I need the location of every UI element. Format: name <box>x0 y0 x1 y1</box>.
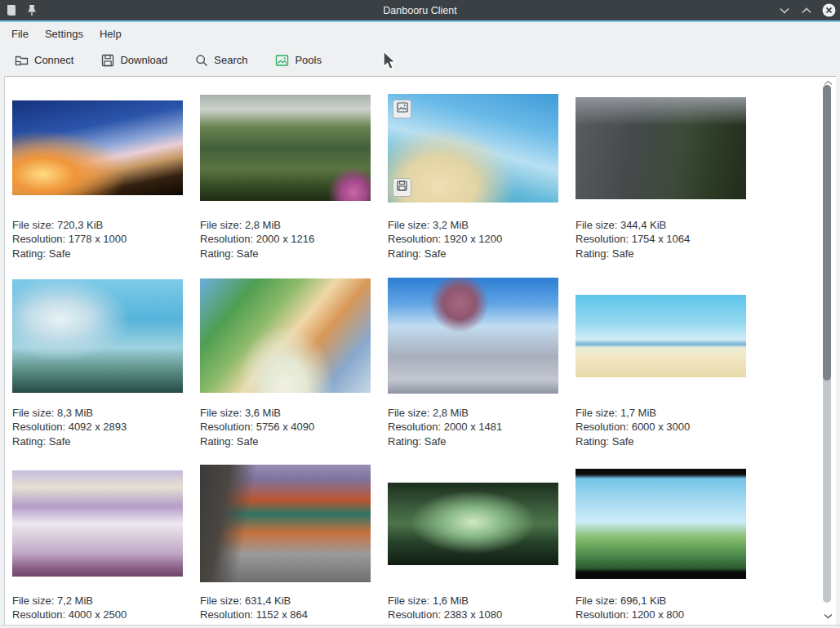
resolution-text: Resolution: 1778 x 1000 <box>12 232 183 246</box>
rating-text: Rating: Safe <box>388 247 558 261</box>
post-meta: File size: 3,6 MiBResolution: 5756 x 409… <box>200 406 371 448</box>
post-card: File size: 2,8 MiBResolution: 2000 x 148… <box>388 265 558 453</box>
file-size-text: File size: 720,3 KiB <box>12 218 183 232</box>
connect-button[interactable]: Connect <box>8 50 80 71</box>
maximize-button[interactable] <box>799 3 814 18</box>
post-card: File size: 1,6 MiBResolution: 2383 x 108… <box>388 453 558 625</box>
post-meta: File size: 7,2 MiBResolution: 4000 x 250… <box>12 594 183 625</box>
resolution-text: Resolution: 2000 x 1216 <box>200 232 371 246</box>
titlebar: Danbooru Client <box>0 0 840 20</box>
post-grid-viewport: File size: 720,3 KiBResolution: 1778 x 1… <box>4 76 820 625</box>
window-frame-left <box>0 22 4 628</box>
file-size-text: File size: 696,1 KiB <box>576 594 746 608</box>
rating-text: Rating: Safe <box>576 247 746 261</box>
resolution-text: Resolution: 2000 x 1481 <box>388 420 558 434</box>
beach-girl-thumbnail[interactable] <box>388 94 558 203</box>
view-image-button[interactable] <box>393 100 411 118</box>
menu-item-settings[interactable]: Settings <box>37 24 91 43</box>
file-size-text: File size: 344,4 KiB <box>576 218 746 232</box>
download-icon <box>101 54 114 67</box>
scrollbar-track[interactable] <box>823 85 831 603</box>
rating-text: Rating: Safe <box>576 434 746 448</box>
resolution-text: Resolution: 4000 x 2500 <box>12 608 183 621</box>
post-card: File size: 7,2 MiBResolution: 4000 x 250… <box>12 453 183 625</box>
picture-icon <box>397 101 408 116</box>
resolution-text: Resolution: 1754 x 1064 <box>576 232 746 246</box>
file-size-text: File size: 3,2 MiB <box>388 218 558 232</box>
download-button[interactable]: Download <box>95 50 174 71</box>
rating-text: Rating: Safe <box>200 434 371 448</box>
toolbar: ConnectDownloadSearchPools <box>0 45 840 75</box>
menubar: FileSettingsHelp <box>0 22 840 45</box>
post-card: File size: 720,3 KiBResolution: 1778 x 1… <box>12 78 183 265</box>
file-size-text: File size: 8,3 MiB <box>12 406 183 420</box>
search-icon <box>195 54 208 67</box>
post-meta: File size: 631,4 KiBResolution: 1152 x 8… <box>200 594 371 625</box>
post-meta: File size: 8,3 MiBResolution: 4092 x 289… <box>12 406 183 448</box>
resolution-text: Resolution: 4092 x 2893 <box>12 420 183 434</box>
post-card: File size: 3,2 MiBResolution: 1920 x 120… <box>388 78 558 265</box>
toolbar-button-label: Connect <box>34 54 73 66</box>
dark-torii-forest-thumbnail[interactable] <box>388 483 558 565</box>
file-size-text: File size: 631,4 KiB <box>200 594 371 608</box>
danbooru-client-window: Danbooru Client FileSettingsHelp Connect… <box>0 0 840 628</box>
file-size-text: File size: 2,8 MiB <box>388 406 558 420</box>
sunset-silhouette-thumbnail[interactable] <box>12 100 183 195</box>
save-image-button[interactable] <box>393 178 411 197</box>
spiral-tower-girl-thumbnail[interactable] <box>12 279 183 393</box>
window-frame-bottom <box>0 625 840 628</box>
pools-icon <box>275 54 289 67</box>
post-card: File size: 344,4 KiBResolution: 1754 x 1… <box>576 78 746 265</box>
rating-text: Rating: Safe <box>12 434 183 448</box>
scroll-down-button[interactable] <box>822 612 833 620</box>
rating-text: Rating: Safe <box>388 434 558 448</box>
resolution-text: Resolution: 5756 x 4090 <box>200 420 371 434</box>
post-card: File size: 631,4 KiBResolution: 1152 x 8… <box>200 453 371 625</box>
snowy-mountain-thumbnail[interactable] <box>12 470 183 577</box>
connect-icon <box>15 54 29 67</box>
window-title: Danbooru Client <box>0 5 840 16</box>
pools-button[interactable]: Pools <box>269 50 328 71</box>
menu-item-help[interactable]: Help <box>91 24 130 43</box>
post-grid: File size: 720,3 KiBResolution: 1778 x 1… <box>12 78 746 625</box>
beach-horizon-thumbnail[interactable] <box>576 295 746 377</box>
scrollbar-thumb[interactable] <box>823 85 831 381</box>
shade-button[interactable] <box>777 3 792 18</box>
menu-item-file[interactable]: File <box>3 24 37 43</box>
toolbar-button-label: Download <box>120 54 167 66</box>
cliff-travelers-thumbnail[interactable] <box>576 97 746 199</box>
post-card: File size: 696,1 KiBResolution: 1200 x 8… <box>576 453 746 625</box>
vertical-scrollbar <box>820 76 836 625</box>
close-button[interactable] <box>821 3 836 18</box>
post-meta: File size: 720,3 KiBResolution: 1778 x 1… <box>12 218 183 261</box>
resolution-text: Resolution: 1920 x 1200 <box>388 232 558 246</box>
post-card: File size: 2,8 MiBResolution: 2000 x 121… <box>200 78 371 265</box>
post-meta: File size: 3,2 MiBResolution: 1920 x 120… <box>388 218 558 261</box>
toolbar-button-label: Pools <box>295 54 322 66</box>
picnic-girls-thumbnail[interactable] <box>200 278 371 393</box>
resolution-text: Resolution: 6000 x 3000 <box>576 420 746 434</box>
forest-valley-thumbnail[interactable] <box>200 95 371 201</box>
post-meta: File size: 1,6 MiBResolution: 2383 x 108… <box>388 594 558 625</box>
window-frame-right <box>836 22 840 628</box>
save-icon <box>397 180 407 194</box>
post-meta: File size: 696,1 KiBResolution: 1200 x 8… <box>576 594 746 625</box>
file-size-text: File size: 1,6 MiB <box>388 594 558 608</box>
toolbar-button-label: Search <box>214 54 247 66</box>
file-size-text: File size: 1,7 MiB <box>576 406 746 420</box>
file-size-text: File size: 2,8 MiB <box>200 218 371 232</box>
umbrella-girl-rocks-thumbnail[interactable] <box>388 278 558 394</box>
rating-text: Rating: Safe <box>200 247 371 261</box>
resolution-text: Resolution: 1152 x 864 <box>200 608 371 621</box>
post-card: File size: 8,3 MiBResolution: 4092 x 289… <box>12 265 183 453</box>
floating-cliffs-thumbnail[interactable] <box>576 469 746 579</box>
resolution-text: Resolution: 2383 x 1080 <box>388 608 558 621</box>
file-size-text: File size: 3,6 MiB <box>200 406 371 420</box>
post-meta: File size: 2,8 MiBResolution: 2000 x 121… <box>200 218 371 261</box>
post-meta: File size: 344,4 KiBResolution: 1754 x 1… <box>576 218 746 261</box>
resolution-text: Resolution: 1200 x 800 <box>576 608 746 621</box>
post-card: File size: 1,7 MiBResolution: 6000 x 300… <box>576 265 746 453</box>
search-button[interactable]: Search <box>189 50 254 71</box>
shrine-miko-thumbnail[interactable] <box>200 465 371 582</box>
post-meta: File size: 1,7 MiBResolution: 6000 x 300… <box>576 406 746 448</box>
